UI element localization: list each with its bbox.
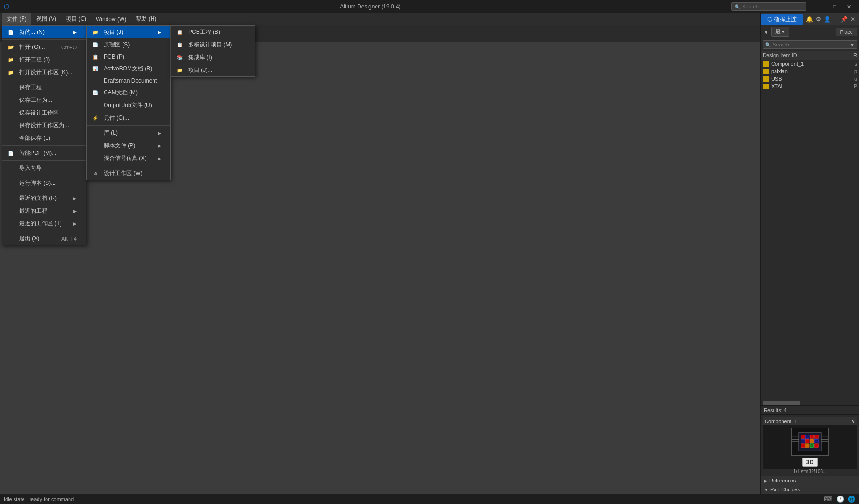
file-menu-smart-pdf[interactable]: 📄 智能PDF (M)... xyxy=(2,147,86,160)
menu-view[interactable]: 视图 (V) xyxy=(31,13,61,25)
file-menu-open[interactable]: 📂 打开 (O)... Ctrl+O xyxy=(2,41,86,53)
other-proj-icon: 📁 xyxy=(175,67,184,74)
app-icon: ⬡ xyxy=(4,3,9,10)
file-menu-open-workspace[interactable]: 📁 打开设计工作区 (K)... xyxy=(2,66,86,79)
close-button[interactable]: ✕ xyxy=(842,1,855,12)
svg-rect-12 xyxy=(810,444,814,448)
menu-window[interactable]: Window (W) xyxy=(91,14,131,24)
col-extra: R xyxy=(810,53,858,58)
file-menu-save-project-as[interactable]: 保存工程为... xyxy=(2,94,86,107)
status-text: Idle state - ready for command xyxy=(4,496,74,502)
titlebar-search-input[interactable] xyxy=(742,4,803,9)
titlebar-right: 🔍 ─ □ ✕ xyxy=(731,1,855,12)
filter-icon[interactable]: ▼ xyxy=(763,28,769,36)
list-item[interactable]: USB u xyxy=(761,75,859,83)
minimize-button[interactable]: ─ xyxy=(814,1,827,12)
bell-icon[interactable]: 🔔 xyxy=(806,16,813,23)
list-item[interactable]: XTAL P xyxy=(761,83,859,90)
svg-rect-7 xyxy=(805,439,809,443)
open-icon: 📂 xyxy=(6,44,15,51)
horizontal-scrollbar[interactable] xyxy=(761,400,859,405)
file-menu-recent-workspaces[interactable]: 最近的工作区 (T) xyxy=(2,217,86,230)
project-submenu-intlib[interactable]: 📚 集成库 (I) xyxy=(171,51,255,64)
view-3d-button[interactable]: 3D xyxy=(802,458,818,467)
bom-icon: 📊 xyxy=(91,66,100,72)
list-item[interactable]: paixian p xyxy=(761,68,859,75)
svg-rect-2 xyxy=(801,435,805,439)
component-preview: 3D xyxy=(763,426,857,469)
col-design-item-id: Design Item ID xyxy=(763,53,810,58)
new-submenu-simulation[interactable]: 混合信号仿真 (X) xyxy=(87,152,170,165)
place-button[interactable]: Place xyxy=(836,28,857,36)
panel-toolbar: ▼ 最 ▾ Place xyxy=(761,25,859,38)
new-submenu-schematic[interactable]: 📄 原理图 (S) xyxy=(87,38,170,51)
references-section[interactable]: ▶ References xyxy=(761,476,859,485)
new-submenu-activebom[interactable]: 📊 ActiveBOM文档 (B) xyxy=(87,62,170,75)
titlebar-search[interactable]: 🔍 xyxy=(731,2,806,11)
references-arrow-icon: ▶ xyxy=(764,478,767,483)
component-caption: 1/1 stm32f103... xyxy=(763,469,857,474)
project-submenu-other[interactable]: 📁 项目 (J)... xyxy=(171,64,255,76)
svg-rect-9 xyxy=(814,439,818,443)
file-menu-save-workspace-as[interactable]: 保存设计工作区为... xyxy=(2,119,86,132)
part-choices-section[interactable]: ▼ Part Choices xyxy=(761,485,859,494)
file-menu-recent-projects[interactable]: 最近的工程 xyxy=(2,205,86,217)
file-menu-run-script[interactable]: 运行脚本 (S)... xyxy=(2,177,86,190)
component-detail: Component_1 ∨ xyxy=(761,415,859,476)
pdf-icon: 📄 xyxy=(6,150,15,157)
new-submenu-workspace[interactable]: 🖥 设计工作区 (W) xyxy=(87,167,170,180)
panel-pin-icon[interactable]: 📌 xyxy=(841,16,848,23)
new-submenu-project[interactable]: 📁 项目 (J) xyxy=(87,26,170,38)
menu-project[interactable]: 项目 (C) xyxy=(61,13,91,25)
intlib-icon: 📚 xyxy=(175,54,184,61)
menu-help[interactable]: 帮助 (H) xyxy=(131,13,161,25)
new-submenu-script[interactable]: 脚本文件 (P) xyxy=(87,139,170,152)
project-submenu-multiboard[interactable]: 📋 多板设计项目 (M) xyxy=(171,38,255,51)
file-menu-save-project[interactable]: 保存工程 xyxy=(2,81,86,94)
new-submenu-outputjob[interactable]: Output Job文件 (U) xyxy=(87,99,170,112)
folder-icon xyxy=(763,61,769,67)
gear-icon[interactable]: ⚙ xyxy=(816,16,821,23)
svg-rect-5 xyxy=(814,435,818,439)
part-choices-arrow-icon: ▼ xyxy=(764,487,768,492)
file-menu-exit[interactable]: 退出 (X) Alt+F4 xyxy=(2,232,86,245)
search-icon: 🔍 xyxy=(735,4,740,9)
search-dropdown-button[interactable]: ▼ xyxy=(850,42,855,47)
new-submenu-library[interactable]: 库 (L) xyxy=(87,127,170,139)
keyboard-icon: ⌨ xyxy=(824,496,833,503)
project-submenu-pcb[interactable]: 📋 PCB工程 (B) xyxy=(171,26,255,38)
new-submenu-draftsman[interactable]: Draftsman Document xyxy=(87,75,170,86)
panel-search-row[interactable]: 🔍 ▼ xyxy=(763,40,857,49)
maximize-button[interactable]: □ xyxy=(828,1,841,12)
file-menu-recent-docs[interactable]: 最近的文档 (R) xyxy=(2,192,86,205)
new-submenu-cam[interactable]: 📄 CAM文档 (M) xyxy=(87,86,170,99)
project-icon: 📁 xyxy=(91,29,100,36)
connect-button[interactable]: ⬡ 指挥上连 xyxy=(761,14,803,25)
expand-icon[interactable]: ∨ xyxy=(851,418,855,424)
file-menu-import-wizard[interactable]: 导入向导 xyxy=(2,162,86,175)
clock-icon: 🕐 xyxy=(836,496,844,503)
statusbar: Idle state - ready for command ⌨ 🕐 🌐 xyxy=(0,494,859,504)
panel-search-input[interactable] xyxy=(773,42,850,47)
panel-close-icon[interactable]: ✕ xyxy=(851,16,855,23)
menu-file[interactable]: 文件 (F) xyxy=(2,13,31,25)
workspace-icon: 📁 xyxy=(6,69,15,76)
file-menu-save-all[interactable]: 全部保存 (L) xyxy=(2,132,86,145)
new-icon: 📄 xyxy=(6,29,15,36)
chip-svg xyxy=(792,428,828,455)
selected-component-name: Component_1 xyxy=(765,419,797,424)
view-toggle-button[interactable]: 最 ▾ xyxy=(771,27,789,37)
new-submenu-pcb[interactable]: 📋 PCB (P) xyxy=(87,51,170,62)
panel-items-list: Component_1 s paixian p USB u XTAL P xyxy=(761,60,859,400)
file-menu-open-project[interactable]: 📁 打开工程 (J)... xyxy=(2,53,86,66)
user-icon[interactable]: 👤 xyxy=(824,16,831,23)
file-menu-new[interactable]: 📄 新的... (N) xyxy=(2,26,86,38)
svg-rect-4 xyxy=(810,435,814,439)
svg-rect-10 xyxy=(801,444,805,448)
file-menu-save-workspace[interactable]: 保存设计工作区 xyxy=(2,107,86,119)
panel-search-icon: 🔍 xyxy=(765,42,771,47)
list-item[interactable]: Component_1 s xyxy=(761,60,859,68)
folder-icon xyxy=(763,76,769,82)
pcb-icon: 📋 xyxy=(91,53,100,60)
new-submenu-component[interactable]: ⚡ 元件 (C)... xyxy=(87,112,170,124)
